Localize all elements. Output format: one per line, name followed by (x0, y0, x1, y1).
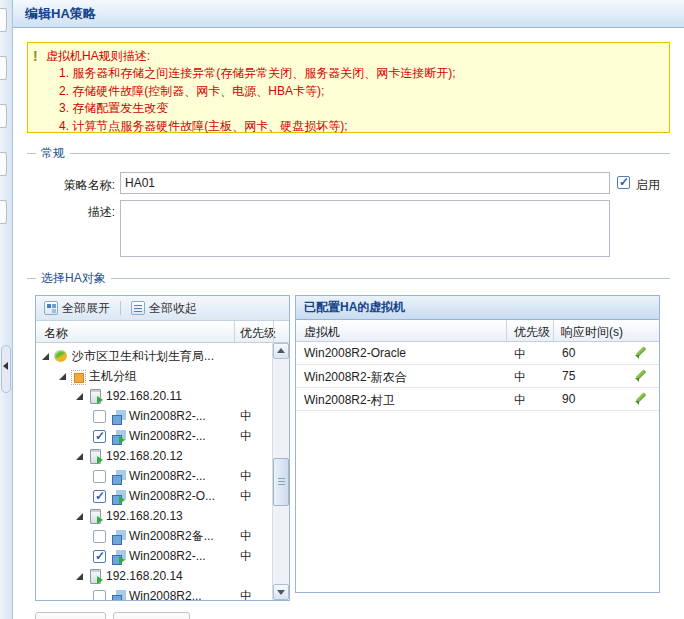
tree-node[interactable]: Win2008R2-...中 (36, 466, 272, 486)
panel-edge-tab (0, 200, 7, 224)
priority-cell: 中 (514, 369, 526, 386)
tree-node[interactable]: Win2008R2-O...中 (36, 486, 272, 506)
partial-button-right[interactable] (113, 612, 190, 619)
tree-node[interactable]: Win2008R2-...中 (36, 546, 272, 566)
scroll-up-button[interactable] (273, 343, 289, 359)
panel-edge-tab (0, 104, 7, 128)
tree-node-label: Win2008R2... (129, 589, 202, 600)
policy-name-input[interactable] (120, 172, 610, 194)
panel-edge-tab (0, 152, 7, 176)
legend-line (70, 153, 670, 154)
collapse-all-button[interactable]: 全部收起 (126, 298, 202, 319)
notice-rule: 3. 存储配置发生改变 (46, 100, 661, 118)
tree-node-checkbox[interactable] (93, 550, 106, 563)
tree-node[interactable]: Win2008R2...中 (36, 586, 272, 600)
edit-cell (634, 346, 650, 362)
notice-rule: 2. 存储硬件故障(控制器、网卡、电源、HBA卡等); (46, 83, 661, 101)
tree-node[interactable]: Win2008R2-...中 (36, 406, 272, 426)
tree-node-label: Win2008R2-... (129, 549, 206, 563)
configured-panel-title: 已配置HA的虚拟机 (304, 300, 405, 314)
priority-column-header: 优先级 (240, 325, 276, 342)
tree-node[interactable]: 192.168.20.11 (36, 386, 272, 406)
panel-collapse-handle[interactable] (1, 345, 11, 393)
tree-node[interactable]: 主机分组 (36, 366, 272, 386)
host-icon (87, 449, 103, 464)
ha-rules-notice: 虚拟机HA规则描述: 1. 服务器和存储之间连接异常(存储异常关闭、服务器关闭、… (27, 42, 670, 133)
tree-node-checkbox[interactable] (93, 530, 106, 543)
tree-node-label: Win2008R2备... (129, 528, 214, 545)
tree-node-checkbox[interactable] (93, 490, 106, 503)
expander-icon[interactable] (76, 573, 83, 580)
vm-icon (110, 469, 126, 484)
partial-button-left[interactable] (35, 612, 106, 619)
vm-name-cell: Win2008R2-村卫 (304, 392, 395, 409)
tree-node-label: Win2008R2-... (129, 409, 206, 423)
tree-node-checkbox[interactable] (93, 470, 106, 483)
tree-node-priority: 中 (240, 428, 252, 445)
host-icon (87, 569, 103, 584)
edit-cell (634, 369, 650, 385)
panel-edge-tab (0, 56, 7, 80)
tree-node[interactable]: Win2008R2-...中 (36, 426, 272, 446)
warning-icon (33, 48, 43, 64)
general-section-legend: 常规 (27, 146, 670, 160)
notice-rule: 1. 服务器和存储之间连接异常(存储异常关闭、服务器关闭、网卡连接断开); (46, 65, 661, 83)
column-separator (553, 320, 554, 341)
legend-line (27, 153, 36, 154)
window-titlebar: 编辑HA策略 (13, 0, 684, 28)
column-separator (273, 321, 274, 342)
scroll-down-button[interactable] (273, 584, 289, 600)
ha-tree-panel: 全部展开 全部收起 名称 优先级 沙市区卫生和计划生育局...主机分组192.1… (35, 295, 290, 601)
expander-icon[interactable] (76, 513, 83, 520)
response-time-cell: 60 (562, 346, 575, 360)
tree-node[interactable]: 192.168.20.13 (36, 506, 272, 526)
response-time-cell: 90 (562, 392, 575, 406)
host-icon (87, 389, 103, 404)
vm-running-icon (110, 429, 126, 444)
expander-icon[interactable] (76, 393, 83, 400)
tree-scrollbar[interactable] (272, 343, 289, 600)
tree-node-priority: 中 (240, 488, 252, 505)
priority-cell: 中 (514, 392, 526, 409)
tree-node-checkbox[interactable] (93, 410, 106, 423)
expander-icon[interactable] (76, 453, 83, 460)
configured-panel-header: 已配置HA的虚拟机 (296, 296, 659, 320)
enable-checkbox[interactable] (617, 176, 630, 189)
configured-vm-body: Win2008R2-Oracle中60Win2008R2-新农合中75Win20… (296, 342, 659, 411)
tree-node-priority: 中 (240, 548, 252, 565)
scrollbar-thumb[interactable] (273, 458, 289, 506)
expander-icon[interactable] (59, 373, 66, 380)
tree-node-label: Win2008R2-O... (129, 489, 215, 503)
description-textarea[interactable] (120, 200, 610, 257)
configured-ha-panel: 已配置HA的虚拟机 虚拟机 优先级 响应时间(s) Win2008R2-Orac… (295, 295, 660, 593)
tree-node-label: 192.168.20.11 (106, 389, 182, 403)
tree-node-checkbox[interactable] (93, 590, 106, 601)
collapsed-side-panel-edge (0, 0, 13, 619)
expander-icon[interactable] (42, 353, 49, 360)
tree-node[interactable]: Win2008R2备...中 (36, 526, 272, 546)
vm-icon (110, 529, 126, 544)
collapse-all-icon (131, 301, 145, 315)
edit-pencil-icon[interactable] (634, 369, 648, 383)
tree-node[interactable]: 沙市区卫生和计划生育局... (36, 346, 272, 366)
vm-running-icon (110, 549, 126, 564)
tree-node-label: Win2008R2-... (129, 429, 206, 443)
edit-pencil-icon[interactable] (634, 392, 648, 406)
tree-column-header: 名称 优先级 (36, 321, 289, 343)
vm-name-cell: Win2008R2-新农合 (304, 369, 407, 386)
tree-node[interactable]: 192.168.20.12 (36, 446, 272, 466)
tree-toolbar: 全部展开 全部收起 (36, 296, 289, 321)
tree-node[interactable]: 192.168.20.14 (36, 566, 272, 586)
screen: 编辑HA策略 虚拟机HA规则描述: 1. 服务器和存储之间连接异常(存储异常关闭… (0, 0, 684, 619)
tree-node-label: 192.168.20.12 (106, 449, 183, 463)
toolbar-separator (120, 301, 121, 315)
tree-body: 沙市区卫生和计划生育局...主机分组192.168.20.11Win2008R2… (36, 343, 289, 600)
column-separator (506, 320, 507, 341)
expand-all-button[interactable]: 全部展开 (39, 298, 115, 319)
general-legend-text: 常规 (36, 145, 70, 162)
tree-node-priority: 中 (240, 408, 252, 425)
notice-rules: 1. 服务器和存储之间连接异常(存储异常关闭、服务器关闭、网卡连接断开);2. … (46, 65, 661, 135)
edit-pencil-icon[interactable] (634, 346, 648, 360)
edit-ha-policy-window: 编辑HA策略 虚拟机HA规则描述: 1. 服务器和存储之间连接异常(存储异常关闭… (13, 0, 684, 619)
tree-node-checkbox[interactable] (93, 430, 106, 443)
